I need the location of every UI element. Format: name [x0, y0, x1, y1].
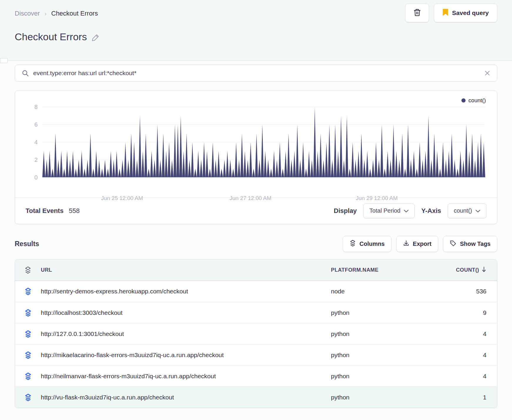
row-stack-icon[interactable]: [15, 330, 41, 338]
chart-legend[interactable]: count(): [461, 97, 486, 104]
row-url[interactable]: http://sentry-demos-express.herokuapp.co…: [41, 288, 331, 295]
top-actions: Saved query: [405, 4, 497, 22]
chart-footer: Total Events 558 Display Total Period Y-…: [15, 197, 497, 224]
bookmark-icon: [442, 9, 449, 18]
columns-label: Columns: [359, 241, 385, 247]
table-row[interactable]: http://localhost:3003/checkout python 9: [15, 302, 497, 323]
chevron-down-icon: [476, 207, 480, 214]
show-tags-button[interactable]: Show Tags: [443, 236, 497, 252]
row-stack-icon[interactable]: [15, 351, 41, 359]
row-url[interactable]: http://neilmanvar-flask-errors-m3uuizd7i…: [41, 373, 331, 380]
trash-icon: [413, 8, 421, 18]
chart-panel: count() 02468 Jun 25 12:00 AMJun 27 12:0…: [15, 90, 497, 224]
row-count: 4: [431, 352, 497, 359]
saved-query-label: Saved query: [452, 9, 489, 16]
row-platform: python: [331, 309, 431, 316]
search-icon: [21, 69, 29, 77]
display-label: Display: [334, 207, 357, 215]
y-tick-label: 0: [25, 174, 38, 181]
show-tags-label: Show Tags: [460, 241, 491, 247]
row-stack-icon[interactable]: [15, 309, 41, 317]
y-tick-label: 8: [25, 103, 38, 111]
saved-query-button[interactable]: Saved query: [434, 4, 497, 22]
columns-button[interactable]: Columns: [343, 236, 391, 252]
export-button[interactable]: Export: [396, 236, 438, 252]
row-url[interactable]: http://127.0.0.1:3001/checkout: [41, 330, 331, 337]
y-axis-select[interactable]: count(): [448, 204, 486, 218]
results-table-header: URL PLATFORM.NAME COUNT(): [15, 260, 497, 281]
total-events-value: 558: [69, 207, 80, 215]
table-row[interactable]: http://mikaelacarino-flask-errors-m3uuiz…: [15, 344, 497, 365]
y-axis-select-value: count(): [454, 207, 472, 214]
clear-search-icon[interactable]: [484, 70, 491, 76]
row-stack-icon[interactable]: [15, 393, 41, 401]
search-input[interactable]: [33, 70, 484, 77]
row-count: 1: [431, 394, 497, 401]
export-label: Export: [413, 241, 431, 247]
row-platform: node: [331, 288, 431, 295]
row-stack-icon[interactable]: [15, 287, 41, 295]
chart-area: 02468 Jun 25 12:00 AMJun 27 12:00 AMJun …: [25, 103, 485, 191]
chart-svg: [42, 103, 485, 191]
y-tick-label: 6: [25, 121, 38, 128]
legend-dot-icon: [461, 98, 466, 103]
column-header-count[interactable]: COUNT(): [431, 266, 497, 274]
row-platform: python: [331, 330, 431, 337]
row-platform: python: [331, 373, 431, 380]
row-count: 9: [431, 309, 497, 316]
y-axis-label: Y-Axis: [421, 207, 441, 215]
total-events-label: Total Events: [26, 207, 63, 215]
breadcrumb: Discover › Checkout Errors: [15, 4, 98, 23]
results-heading: Results: [15, 240, 39, 248]
chevron-down-icon: [404, 207, 409, 214]
page-title: Checkout Errors: [15, 31, 87, 43]
edit-title-pencil-icon[interactable]: [92, 33, 100, 43]
table-row[interactable]: http://127.0.0.1:3001/checkout python 4: [15, 323, 497, 344]
chart-plot[interactable]: [42, 103, 485, 191]
results-table: URL PLATFORM.NAME COUNT() http://sentry-…: [15, 259, 497, 408]
display-select[interactable]: Total Period: [363, 204, 415, 218]
tag-icon: [450, 240, 456, 248]
row-platform: python: [331, 394, 431, 401]
column-header-url[interactable]: URL: [41, 267, 331, 273]
row-count: 4: [431, 373, 497, 380]
download-icon: [403, 240, 409, 248]
y-tick-label: 4: [25, 138, 38, 146]
legend-label: count(): [469, 97, 486, 104]
row-url[interactable]: http://mikaelacarino-flask-errors-m3uuiz…: [41, 352, 331, 359]
results-table-body: http://sentry-demos-express.herokuapp.co…: [15, 281, 497, 408]
row-url[interactable]: http://vu-flask-m3uuizd7iq-uc.a.run.app/…: [41, 394, 331, 401]
y-tick-label: 2: [25, 156, 38, 164]
header-stack-icon[interactable]: [15, 266, 41, 274]
table-row[interactable]: http://sentry-demos-express.herokuapp.co…: [15, 281, 497, 302]
column-header-platform[interactable]: PLATFORM.NAME: [331, 267, 431, 273]
breadcrumb-current: Checkout Errors: [51, 10, 98, 17]
chart-gridlines: [42, 107, 485, 160]
row-count: 536: [431, 288, 497, 295]
row-url[interactable]: http://localhost:3003/checkout: [41, 309, 331, 316]
table-row[interactable]: http://neilmanvar-flask-errors-m3uuizd7i…: [15, 365, 497, 387]
table-row[interactable]: http://vu-flask-m3uuizd7iq-uc.a.run.app/…: [15, 387, 497, 408]
row-platform: python: [331, 352, 431, 359]
row-stack-icon[interactable]: [15, 372, 41, 380]
breadcrumb-separator-icon: ›: [45, 10, 47, 17]
sort-descending-arrow-icon: [481, 266, 486, 274]
breadcrumb-discover-link[interactable]: Discover: [15, 10, 40, 17]
delete-query-button[interactable]: [405, 4, 429, 22]
stack-icon: [349, 240, 356, 248]
display-select-value: Total Period: [369, 207, 401, 214]
count-header-label: COUNT(): [456, 267, 479, 273]
row-count: 4: [431, 330, 497, 337]
search-bar: [15, 65, 497, 82]
